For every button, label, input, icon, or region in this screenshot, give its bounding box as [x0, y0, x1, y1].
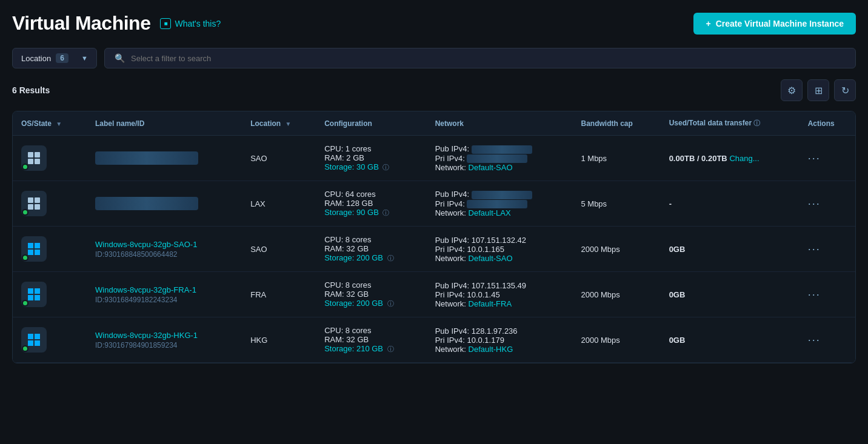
pri-ip-row: Pri IPv4: 10.0.1.165 [435, 245, 564, 254]
network-cell: Pub IPv4: 128.1.97.236 Pri IPv4: 10.0.1.… [427, 317, 573, 363]
actions-menu-icon[interactable]: ··· [808, 243, 821, 255]
transfer-cell: 0GB [661, 317, 800, 363]
storage-label: Storage: 210 GB [324, 344, 383, 353]
pub-ipv4-blurred [472, 191, 532, 199]
label-name[interactable]: Windows-8vcpu-32gb-FRA-1 [95, 285, 233, 294]
cpu-info: CPU: 8 cores [324, 280, 418, 290]
network-link[interactable]: Default-SAO [469, 254, 513, 263]
config-cell: CPU: 8 cores RAM: 32 GB Storage: 200 GB … [316, 272, 426, 317]
label-blurred [95, 197, 198, 210]
whats-this-link[interactable]: ■ What's this? [160, 18, 221, 29]
label-id: ID:930168499182243234 [95, 296, 233, 304]
actions-cell[interactable]: ··· [800, 181, 855, 227]
os-state-cell [13, 181, 87, 227]
col-location: Location ▼ [242, 111, 316, 136]
pri-ipv4-blurred [467, 200, 527, 208]
location-filter[interactable]: Location 6 ▼ [12, 48, 97, 68]
pri-ipv4: 10.0.1.45 [467, 290, 499, 299]
cpu-info: CPU: 8 cores [324, 235, 418, 244]
table-row: Windows-8vcpu-32gb-HKG-1 ID:930167984901… [13, 317, 855, 363]
status-dot [22, 164, 28, 170]
label-name[interactable]: Windows-8vcpu-32gb-SAO-1 [95, 240, 233, 249]
svg-rect-6 [28, 204, 33, 210]
pri-ipv4: 10.0.1.165 [467, 245, 504, 254]
storage-label: Storage: 30 GB [324, 162, 379, 171]
transfer-change-link[interactable]: Chang... [729, 154, 759, 163]
transfer-cell: - [661, 181, 800, 227]
svg-rect-5 [35, 197, 40, 203]
config-cell: CPU: 8 cores RAM: 32 GB Storage: 210 GB … [316, 317, 426, 363]
svg-rect-10 [28, 250, 33, 255]
table-row: Windows-8vcpu-32gb-SAO-1 ID:930168848500… [13, 227, 855, 272]
bandwidth-cell: 5 Mbps [572, 181, 660, 227]
vm-table: OS/State ▼ Label name/ID Location ▼ Conf… [13, 111, 855, 363]
chevron-down-icon: ▼ [81, 55, 88, 62]
pri-ip-row: Pri IPv4: [435, 154, 564, 164]
vm-table-body: SAO CPU: 1 cores RAM: 2 GB Storage: 30 G… [13, 136, 855, 363]
actions-menu-icon[interactable]: ··· [808, 152, 821, 164]
network-link[interactable]: Default-HKG [469, 345, 513, 354]
network-cell: Pub IPv4: 107.151.135.49 Pri IPv4: 10.0.… [427, 272, 573, 317]
create-vm-button[interactable]: + Create Virtual Machine Instance [693, 13, 856, 35]
svg-rect-9 [35, 243, 40, 248]
actions-menu-icon[interactable]: ··· [808, 197, 821, 210]
storage-label: Storage: 200 GB [324, 253, 383, 262]
location-cell: SAO [242, 136, 316, 181]
bandwidth-cell: 2000 Mbps [572, 272, 660, 317]
col-actions: Actions [800, 111, 855, 136]
actions-cell[interactable]: ··· [800, 136, 855, 181]
svg-rect-1 [35, 152, 40, 157]
storage-label: Storage: 90 GB [324, 208, 379, 217]
transfer-value: 0GB [669, 336, 686, 345]
transfer-value: - [669, 199, 672, 208]
actions-cell[interactable]: ··· [800, 227, 855, 272]
actions-menu-icon[interactable]: ··· [808, 334, 821, 346]
location-filter-label: Location [21, 54, 51, 63]
col-network: Network [427, 111, 573, 136]
bandwidth-cell: 1 Mbps [572, 136, 660, 181]
os-state-cell [13, 227, 87, 272]
vm-table-container: OS/State ▼ Label name/ID Location ▼ Conf… [12, 111, 856, 363]
pub-ip-row: Pub IPv4: 128.1.97.236 [435, 326, 564, 336]
network-cell: Pub IPv4: Pri IPv4: Network: Default-LAX [427, 181, 573, 227]
table-row: Windows-8vcpu-32gb-FRA-1 ID:930168499182… [13, 272, 855, 317]
settings-button[interactable]: ⚙ [781, 79, 803, 101]
storage-info: Storage: 200 GB ⓘ [324, 253, 418, 263]
label-cell: Windows-8vcpu-32gb-SAO-1 ID:930168848500… [87, 227, 242, 272]
grid-view-button[interactable]: ⊞ [807, 79, 829, 101]
pub-ipv4: 107.151.135.49 [472, 281, 526, 290]
ram-info: RAM: 32 GB [324, 290, 418, 299]
filter-row: Location 6 ▼ 🔍 [12, 48, 856, 68]
table-row: LAX CPU: 64 cores RAM: 128 GB Storage: 9… [13, 181, 855, 227]
pub-ipv4: 107.151.132.42 [472, 236, 526, 245]
actions-menu-icon[interactable]: ··· [808, 288, 821, 300]
location-cell: LAX [242, 181, 316, 227]
os-state-cell [13, 317, 87, 363]
os-state-cell [13, 136, 87, 181]
search-icon: 🔍 [115, 53, 125, 63]
network-link[interactable]: Default-FRA [469, 299, 512, 308]
svg-rect-4 [28, 197, 33, 203]
network-link[interactable]: Default-SAO [469, 163, 513, 172]
network-cell: Pub IPv4: 107.151.132.42 Pri IPv4: 10.0.… [427, 227, 573, 272]
pri-ipv4: 10.0.1.179 [467, 336, 504, 345]
pub-ip-row: Pub IPv4: [435, 144, 564, 154]
network-link[interactable]: Default-LAX [469, 208, 511, 217]
actions-cell[interactable]: ··· [800, 317, 855, 363]
label-name[interactable]: Windows-8vcpu-32gb-HKG-1 [95, 331, 233, 340]
pub-ipv4: 128.1.97.236 [472, 326, 518, 336]
label-blurred [95, 151, 198, 165]
transfer-value: 0GB [669, 245, 686, 254]
label-cell [87, 181, 242, 227]
bandwidth-cell: 2000 Mbps [572, 227, 660, 272]
search-input[interactable] [131, 54, 846, 63]
pri-ip-row: Pri IPv4: [435, 199, 564, 209]
pub-ip-row: Pub IPv4: 107.151.135.49 [435, 281, 564, 290]
config-cell: CPU: 1 cores RAM: 2 GB Storage: 30 GB ⓘ [316, 136, 426, 181]
actions-cell[interactable]: ··· [800, 272, 855, 317]
refresh-button[interactable]: ↻ [834, 79, 856, 101]
transfer-value: 0.00TB / 0.20TB [669, 154, 727, 163]
refresh-icon: ↻ [841, 85, 849, 96]
config-cell: CPU: 8 cores RAM: 32 GB Storage: 200 GB … [316, 227, 426, 272]
results-count: 6 Results [12, 85, 50, 95]
